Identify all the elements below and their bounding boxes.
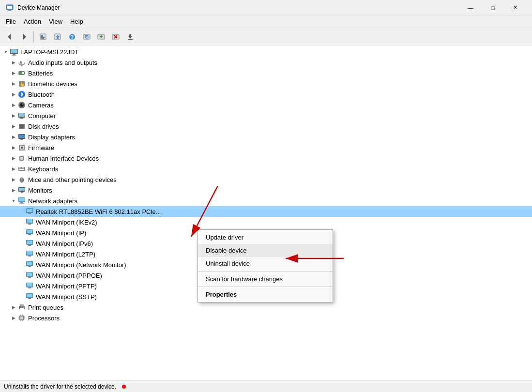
batteries-expand[interactable]: ▶ [10,69,17,77]
svg-rect-50 [19,135,25,138]
device-tree[interactable]: ▼ LAPTOP-MSL22JDT ▶ [0,45,532,380]
context-update-driver[interactable]: Update driver [198,231,333,244]
tree-print[interactable]: ▶ Print queues [0,302,532,313]
svg-marker-4 [8,34,11,40]
menu-view[interactable]: View [45,17,66,26]
context-uninstall-device[interactable]: Uninstall device [198,257,333,270]
svg-rect-105 [20,317,23,319]
tree-computer[interactable]: ▶ Computer [0,110,532,121]
tree-disk[interactable]: ▶ Disk drives [0,121,532,132]
display-label: Display adapters [28,134,75,141]
download-button[interactable] [123,30,137,43]
svg-rect-91 [28,266,31,267]
properties-button[interactable] [36,30,50,43]
tree-keyboards[interactable]: ▶ Keyboards [0,164,532,174]
tree-batteries[interactable]: ▶ Batteries [0,68,532,78]
maximize-button[interactable]: □ [482,0,504,15]
uninstall-button[interactable] [109,30,122,43]
computer-icon [17,111,26,120]
wan-nm-icon [25,260,34,269]
tree-bluetooth[interactable]: ▶ Bluetooth [0,89,532,100]
biometric-expand[interactable]: ▶ [10,80,17,88]
monitors-label: Monitors [28,187,52,194]
tree-realtek[interactable]: ▶ Realtek RTL8852BE WiFi 6 802.11ax PCle… [0,206,532,217]
wan-pptp-icon [25,282,34,290]
processors-expand[interactable]: ▶ [10,314,17,322]
firmware-expand[interactable]: ▶ [10,144,17,151]
tree-network[interactable]: ▼ Network adapters [0,196,532,206]
menu-action[interactable]: Action [20,17,45,26]
tree-display[interactable]: ▶ Display adapters [0,132,532,142]
svg-rect-27 [13,54,15,55]
tree-processors[interactable]: ▶ Processors [0,313,532,323]
display-expand[interactable]: ▶ [10,133,17,141]
svg-rect-79 [28,224,31,225]
realtek-label: Realtek RTL8852BE WiFi 6 802.11ax PCle..… [36,208,161,215]
help-button[interactable]: ? [65,30,79,43]
svg-point-48 [21,126,22,127]
close-button[interactable]: ✕ [504,0,526,15]
menu-bar: File Action View Help [0,15,532,28]
wan-ip-icon [25,228,34,237]
update-driver-button[interactable] [51,30,64,43]
svg-rect-78 [27,219,32,223]
network-expand[interactable]: ▼ [10,197,17,205]
keyboards-icon [17,165,26,173]
wan-ip-label: WAN Miniport (IP) [36,229,86,237]
tree-firmware[interactable]: ▶ Firmware [0,142,532,153]
scan-hardware-button[interactable] [80,30,93,43]
print-expand[interactable]: ▶ [10,303,17,311]
toolbar: ? [0,28,532,45]
disk-icon [17,122,26,131]
tree-cameras[interactable]: ▶ Cameras [0,100,532,110]
disk-expand[interactable]: ▶ [10,122,17,130]
wan-l2tp-icon [25,250,34,258]
tree-biometric[interactable]: ▶ 👆 Biometric devices [0,78,532,89]
tree-mice[interactable]: ▶ Mice and other pointing devices [0,174,532,185]
back-button[interactable] [3,30,16,43]
svg-rect-67 [19,188,25,191]
svg-point-41 [22,104,23,105]
tree-hid[interactable]: ▶ Human Interface Devices [0,153,532,164]
context-disable-device[interactable]: Disable device [198,244,333,257]
mice-expand[interactable]: ▶ [10,176,17,183]
bluetooth-label: Bluetooth [28,91,55,98]
keyboards-expand[interactable]: ▶ [10,165,17,173]
svg-rect-69 [20,193,24,193]
context-properties[interactable]: Properties [198,288,333,301]
audio-expand[interactable]: ▶ [10,59,17,66]
svg-rect-87 [27,251,32,255]
wan-ipv6-icon [25,239,34,248]
svg-rect-28 [12,55,16,56]
title-bar: Device Manager — □ ✕ [0,0,532,15]
tree-wan-ikev2[interactable]: ▶ WAN Miniport (IKEv2) [0,217,532,227]
tree-monitors[interactable]: ▶ Monitors [0,185,532,196]
tree-audio[interactable]: ▶ Audio inputs and outputs [0,57,532,68]
forward-button[interactable] [17,30,31,43]
svg-rect-24 [128,39,133,40]
svg-rect-51 [20,139,23,140]
menu-file[interactable]: File [2,17,20,26]
context-scan-hardware[interactable]: Scan for hardware changes [198,272,333,286]
computer-expand[interactable]: ▶ [10,112,17,120]
wan-pppoe-label: WAN Miniport (PPPOE) [36,272,102,279]
minimize-button[interactable]: — [459,0,482,15]
biometric-label: Biometric devices [28,80,77,88]
main-area: ▼ LAPTOP-MSL22JDT ▶ [0,45,532,380]
tree-root[interactable]: ▼ LAPTOP-MSL22JDT [0,46,532,57]
monitors-expand[interactable]: ▶ [10,186,17,194]
hid-expand[interactable]: ▶ [10,154,17,162]
svg-rect-61 [23,167,24,168]
menu-help[interactable]: Help [66,17,87,26]
print-icon [17,303,26,312]
realtek-icon [25,207,34,216]
root-expand[interactable]: ▼ [2,48,10,56]
svg-rect-94 [28,277,31,278]
cameras-expand[interactable]: ▶ [10,101,17,109]
bluetooth-expand[interactable]: ▶ [10,90,17,98]
add-legacy-button[interactable] [94,30,108,43]
context-menu: Update driver Disable device Uninstall d… [198,229,333,302]
firmware-icon [17,143,26,152]
root-label: LAPTOP-MSL22JDT [20,48,78,56]
batteries-icon [17,69,26,77]
